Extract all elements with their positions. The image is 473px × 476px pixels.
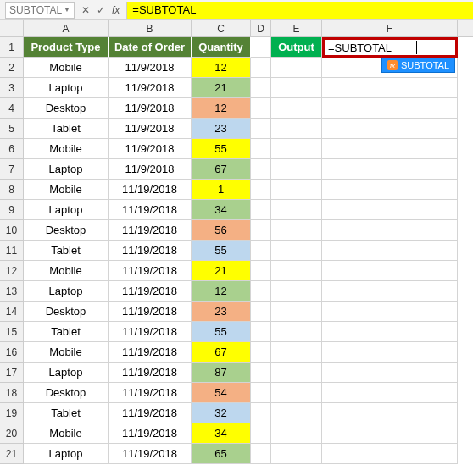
cell-B12[interactable]: 11/19/2018 — [109, 261, 192, 281]
cell-E13[interactable] — [271, 281, 322, 302]
cell-C18[interactable]: 54 — [192, 383, 251, 403]
cell-F20[interactable] — [322, 423, 458, 444]
row-header[interactable]: 19 — [0, 403, 24, 423]
cell-D13[interactable] — [251, 281, 271, 302]
cell-A7[interactable]: Laptop — [24, 159, 109, 180]
cell-C16[interactable]: 67 — [192, 342, 251, 363]
cell-A4[interactable]: Desktop — [24, 98, 109, 119]
cell-D8[interactable] — [251, 180, 271, 200]
cell-C8[interactable]: 1 — [192, 180, 251, 200]
cell-A16[interactable]: Mobile — [24, 342, 109, 363]
cell-A21[interactable]: Laptop — [24, 444, 109, 464]
cell-E6[interactable] — [271, 139, 322, 159]
cell-A20[interactable]: Mobile — [24, 423, 109, 444]
row-header[interactable]: 21 — [0, 444, 24, 464]
row-header[interactable]: 2 — [0, 58, 24, 78]
cell-D10[interactable] — [251, 220, 271, 241]
cell-B1[interactable]: Date of Order — [109, 37, 192, 58]
cell-C6[interactable]: 55 — [192, 139, 251, 159]
confirm-icon[interactable]: ✓ — [97, 4, 105, 16]
cell-B13[interactable]: 11/19/2018 — [109, 281, 192, 302]
cell-D16[interactable] — [251, 342, 271, 363]
cell-F3[interactable] — [322, 78, 458, 98]
cell-A12[interactable]: Mobile — [24, 261, 109, 281]
row-header[interactable]: 3 — [0, 78, 24, 98]
formula-suggestion-tooltip[interactable]: fx SUBTOTAL — [381, 58, 455, 73]
cell-E19[interactable] — [271, 403, 322, 423]
cell-E12[interactable] — [271, 261, 322, 281]
cell-E3[interactable] — [271, 78, 322, 98]
cell-D14[interactable] — [251, 302, 271, 322]
cell-C19[interactable]: 32 — [192, 403, 251, 423]
cell-A14[interactable]: Desktop — [24, 302, 109, 322]
cell-E16[interactable] — [271, 342, 322, 363]
cell-B15[interactable]: 11/19/2018 — [109, 322, 192, 342]
cell-A11[interactable]: Tablet — [24, 241, 109, 261]
cell-F14[interactable] — [322, 302, 458, 322]
cell-D21[interactable] — [251, 444, 271, 464]
cancel-icon[interactable]: ✕ — [81, 4, 90, 16]
cell-D5[interactable] — [251, 119, 271, 139]
cell-C3[interactable]: 21 — [192, 78, 251, 98]
cell-F12[interactable] — [322, 261, 458, 281]
col-header-F[interactable]: F — [322, 20, 458, 36]
cell-A1[interactable]: Product Type — [24, 37, 109, 58]
cell-A15[interactable]: Tablet — [24, 322, 109, 342]
cell-A9[interactable]: Laptop — [24, 200, 109, 220]
row-header[interactable]: 16 — [0, 342, 24, 363]
cell-F15[interactable] — [322, 322, 458, 342]
cell-C21[interactable]: 65 — [192, 444, 251, 464]
cell-C1[interactable]: Quantity — [192, 37, 251, 58]
cell-B14[interactable]: 11/19/2018 — [109, 302, 192, 322]
cell-E7[interactable] — [271, 159, 322, 180]
cell-E15[interactable] — [271, 322, 322, 342]
cell-D17[interactable] — [251, 363, 271, 383]
cell-A17[interactable]: Laptop — [24, 363, 109, 383]
cell-C9[interactable]: 34 — [192, 200, 251, 220]
cell-E1-output[interactable]: Output — [271, 37, 322, 58]
cell-C5[interactable]: 23 — [192, 119, 251, 139]
cell-B20[interactable]: 11/19/2018 — [109, 423, 192, 444]
cell-B4[interactable]: 11/9/2018 — [109, 98, 192, 119]
cell-B10[interactable]: 11/19/2018 — [109, 220, 192, 241]
cell-D4[interactable] — [251, 98, 271, 119]
cell-F19[interactable] — [322, 403, 458, 423]
cell-D9[interactable] — [251, 200, 271, 220]
cell-F18[interactable] — [322, 383, 458, 403]
cell-E20[interactable] — [271, 423, 322, 444]
cell-C13[interactable]: 12 — [192, 281, 251, 302]
cell-A6[interactable]: Mobile — [24, 139, 109, 159]
cell-F16[interactable] — [322, 342, 458, 363]
cell-C11[interactable]: 55 — [192, 241, 251, 261]
col-header-A[interactable]: A — [24, 20, 109, 36]
fx-icon[interactable]: fx — [112, 4, 120, 16]
cell-A8[interactable]: Mobile — [24, 180, 109, 200]
cell-B9[interactable]: 11/19/2018 — [109, 200, 192, 220]
row-header[interactable]: 11 — [0, 241, 24, 261]
name-box[interactable]: SUBTOTAL ▼ — [5, 2, 75, 19]
cell-C7[interactable]: 67 — [192, 159, 251, 180]
cell-F5[interactable] — [322, 119, 458, 139]
cell-D2[interactable] — [251, 58, 271, 78]
col-header-D[interactable]: D — [251, 20, 271, 36]
row-header[interactable]: 8 — [0, 180, 24, 200]
cell-C17[interactable]: 87 — [192, 363, 251, 383]
col-header-E[interactable]: E — [271, 20, 322, 36]
row-header[interactable]: 5 — [0, 119, 24, 139]
row-header[interactable]: 15 — [0, 322, 24, 342]
cell-C15[interactable]: 55 — [192, 322, 251, 342]
cell-B21[interactable]: 11/19/2018 — [109, 444, 192, 464]
cell-D20[interactable] — [251, 423, 271, 444]
row-header[interactable]: 12 — [0, 261, 24, 281]
cell-F1-active[interactable]: =SUBTOTAL — [322, 37, 458, 58]
cell-C2[interactable]: 12 — [192, 58, 251, 78]
cell-D1[interactable] — [251, 37, 271, 58]
row-header[interactable]: 6 — [0, 139, 24, 159]
row-header[interactable]: 1 — [0, 37, 24, 58]
cell-B5[interactable]: 11/9/2018 — [109, 119, 192, 139]
row-header[interactable]: 13 — [0, 281, 24, 302]
cell-D11[interactable] — [251, 241, 271, 261]
cell-D12[interactable] — [251, 261, 271, 281]
cell-E9[interactable] — [271, 200, 322, 220]
cell-F8[interactable] — [322, 180, 458, 200]
